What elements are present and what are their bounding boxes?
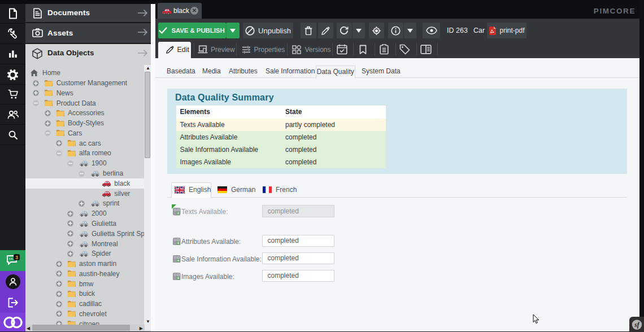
svg-text:sf: sf <box>634 321 639 329</box>
svg-text:3: 3 <box>15 255 18 260</box>
